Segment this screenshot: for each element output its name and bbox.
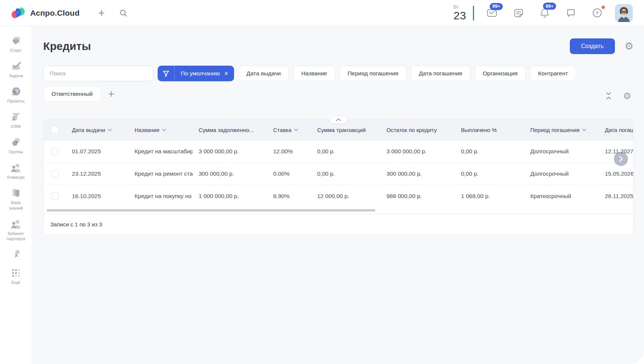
col-header-name[interactable]: Название <box>129 120 193 140</box>
table-cell: Кредит на ремонт ста <box>129 163 193 185</box>
start-icon <box>11 36 21 46</box>
records-count: Записи с 1 по 3 из 3 <box>50 221 102 228</box>
filter-button-organization[interactable]: Организация <box>474 66 525 81</box>
sort-chevron-icon <box>582 129 586 131</box>
date-weekday: Вт <box>454 4 466 9</box>
loans-table-card: Дата выдачи Название Сумма задолженно...… <box>43 119 634 235</box>
projects-icon <box>11 87 21 96</box>
collapse-vertical-icon <box>605 92 612 100</box>
sidebar-item-extra-app[interactable] <box>0 250 32 261</box>
global-search-button[interactable] <box>117 7 129 19</box>
sidebar-item-start[interactable]: Старт <box>0 36 32 53</box>
table-body: 01.07.2025Кредит на масштабир3 000 000,0… <box>44 140 633 207</box>
table-cell: 0,00 р. <box>311 140 381 163</box>
partner-cabinet-icon <box>11 219 21 229</box>
add-filter-button[interactable]: + <box>108 88 115 100</box>
collapse-filters-button[interactable] <box>604 91 613 101</box>
page-settings-gear-icon[interactable]: ⚙ <box>625 41 634 51</box>
search-input[interactable] <box>43 66 154 81</box>
table-cell: Краткосрочный <box>524 185 599 207</box>
app-window: Аспро.Cloud + Вт 23 <box>0 0 644 364</box>
row-checkbox[interactable] <box>51 148 59 155</box>
table-row[interactable]: 01.07.2025Кредит на масштабир3 000 000,0… <box>44 140 633 163</box>
table-cell: 8.90% <box>267 185 311 207</box>
calendar-date[interactable]: Вт 23 <box>454 4 466 21</box>
table-cell: 12 000,00 р. <box>311 185 381 207</box>
sort-chevron-icon <box>162 129 166 131</box>
sidebar-item-groups[interactable]: Группы <box>0 137 32 155</box>
app-brand[interactable]: Аспро.Cloud <box>11 7 79 19</box>
col-header-issue-date[interactable]: Дата выдачи <box>66 120 129 140</box>
sidebar-item-partner-cabinet[interactable]: Кабинет партнера <box>0 219 32 242</box>
crm-icon <box>11 112 21 122</box>
create-button[interactable]: Создать <box>570 38 615 54</box>
avatar[interactable] <box>615 4 633 22</box>
row-checkbox[interactable] <box>51 192 59 200</box>
help-icon: ? <box>592 8 602 18</box>
table-cell: 0.00% <box>267 163 311 185</box>
table-cell: 1 068,00 р. <box>455 185 524 207</box>
table-cell: 3 000 000,00 р. <box>193 140 267 163</box>
filter-button-name[interactable]: Название <box>293 66 335 81</box>
remove-filter-icon[interactable]: × <box>224 70 234 77</box>
filters-panel: По умолчанию × Дата выдачи Название Пери… <box>43 66 634 102</box>
row-checkbox[interactable] <box>51 170 59 178</box>
page-title: Кредиты <box>43 40 91 53</box>
table-cell: 0,00 р. <box>455 163 524 185</box>
help-button[interactable]: ? <box>591 6 604 19</box>
col-header-repayment-date[interactable]: Дата погашения <box>599 120 633 140</box>
table-cell: 15.05.2026 <box>599 163 633 185</box>
table-row[interactable]: 16.10.2025Кредит на покупку но1 000 000,… <box>44 185 633 207</box>
table-cell: 28.11.2025 <box>599 185 633 207</box>
filter-button-repayment-date[interactable]: Дата погашения <box>411 66 470 81</box>
filter-button-issue-date[interactable]: Дата выдачи <box>238 66 289 81</box>
scroll-right-button[interactable] <box>614 152 628 166</box>
filter-button-repayment-period[interactable]: Период погашения <box>340 66 407 81</box>
sidebar-item-tasks[interactable]: Задачи <box>0 61 32 79</box>
table-cell: 0,00 р. <box>311 163 381 185</box>
filter-funnel-icon[interactable] <box>158 66 175 81</box>
collapse-table-button[interactable] <box>330 116 347 124</box>
extra-app-icon <box>11 250 21 258</box>
topbar: Аспро.Cloud + Вт 23 <box>0 0 644 26</box>
select-all-checkbox[interactable] <box>51 126 59 134</box>
sidebar-item-more[interactable]: Ещё <box>0 269 32 285</box>
table-cell: 3 000 000,00 р. <box>381 140 455 163</box>
col-header-debt-amount[interactable]: Сумма задолженно... <box>193 120 267 140</box>
sidebar-item-projects[interactable]: Проекты <box>0 87 32 104</box>
table-cell: 0,00 р. <box>455 140 524 163</box>
more-grid-icon <box>12 269 20 277</box>
notes-button[interactable] <box>512 7 525 19</box>
sort-chevron-icon <box>108 129 112 131</box>
horizontal-scrollbar[interactable] <box>47 209 375 211</box>
main-content: Кредиты Создать ⚙ По умолчанию × Дата вы… <box>32 26 644 364</box>
knowledge-base-icon <box>11 188 21 198</box>
search-icon <box>119 9 128 18</box>
sidebar-item-crm[interactable]: CRM <box>0 112 32 129</box>
sidebar-item-team[interactable]: Команда <box>0 163 32 180</box>
table-cell: 01.07.2025 <box>66 140 129 163</box>
filter-button-responsible[interactable]: Ответственный <box>43 86 101 102</box>
active-filter-chip[interactable]: По умолчанию × <box>158 66 234 81</box>
sidebar-item-knowledge-base[interactable]: База знаний <box>0 188 32 211</box>
global-add-button[interactable]: + <box>97 6 106 20</box>
filter-button-counterparty[interactable]: Контрагент <box>530 66 576 81</box>
table-cell: Долгосрочный <box>524 140 599 163</box>
col-header-rate[interactable]: Ставка <box>267 120 311 140</box>
table-cell: Кредит на масштабир <box>129 140 193 163</box>
notifications-badge: 99+ <box>543 3 556 10</box>
table-cell: 16.10.2025 <box>66 185 129 207</box>
col-header-loan-balance[interactable]: Остаток по кредиту <box>381 120 455 140</box>
col-header-transactions-amount[interactable]: Сумма транзакций <box>311 120 381 140</box>
table-cell: 988 000,00 р. <box>381 185 455 207</box>
notifications-button[interactable]: 99+ <box>539 6 551 19</box>
filters-settings-gear-icon[interactable]: ⚙ <box>623 91 631 101</box>
col-header-paid-percent[interactable]: Выплачено % <box>455 120 524 140</box>
chat-button[interactable] <box>565 7 577 19</box>
tasks-icon <box>11 61 21 71</box>
table-row[interactable]: 23.12.2025Кредит на ремонт ста300 000,00… <box>44 163 633 185</box>
app-logo-icon <box>11 7 25 19</box>
topbar-divider <box>473 6 474 21</box>
col-header-repayment-period[interactable]: Период погашения <box>524 120 599 140</box>
mail-button[interactable]: 99+ <box>485 7 499 19</box>
